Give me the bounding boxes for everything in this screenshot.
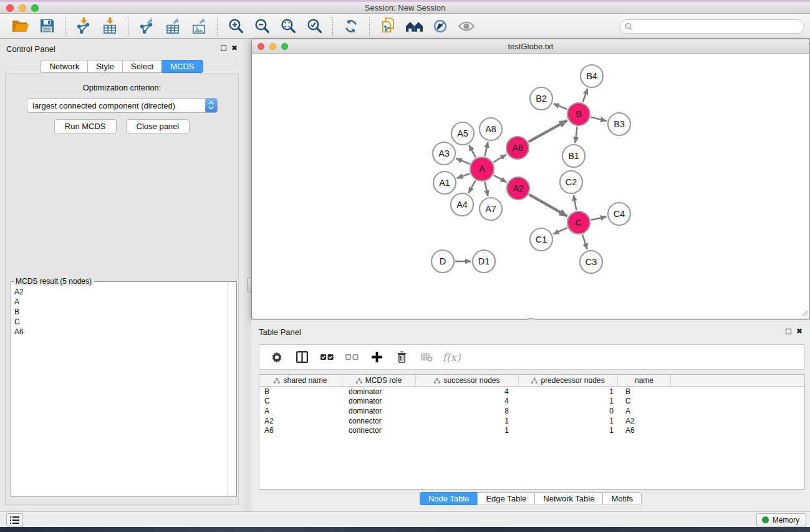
column-header-successor-nodes[interactable]: successor nodes	[416, 375, 519, 386]
edge-A-A5[interactable]	[469, 145, 476, 157]
unselect-all-columns-icon[interactable]	[344, 349, 359, 365]
task-history-button[interactable]	[6, 513, 23, 526]
graph-node-D[interactable]: D	[432, 250, 454, 273]
edge-A-A2[interactable]	[494, 175, 507, 182]
result-item[interactable]: A	[14, 297, 228, 307]
column-header-name[interactable]: name	[618, 375, 671, 386]
graph-node-C[interactable]: C	[567, 211, 590, 234]
graph-node-A5[interactable]: A5	[451, 122, 474, 145]
graph-node-B4[interactable]: B4	[581, 65, 603, 87]
float-panel-icon[interactable]	[221, 46, 226, 51]
result-item[interactable]: A2	[14, 287, 228, 297]
first-neighbors-icon[interactable]	[402, 16, 426, 37]
settings-icon[interactable]	[269, 349, 284, 365]
edge-A6-B[interactable]	[529, 120, 567, 142]
edge-A-A7[interactable]	[485, 182, 488, 196]
run-mcds-button[interactable]: Run MCDS	[54, 119, 117, 133]
search-box[interactable]	[620, 19, 804, 34]
tab-select[interactable]: Select	[122, 60, 162, 73]
close-table-panel-icon[interactable]: ✖	[796, 327, 803, 336]
edge-A-A8[interactable]	[485, 142, 488, 157]
table-row[interactable]: A6connector11A6	[259, 425, 804, 435]
search-input[interactable]	[633, 22, 804, 31]
graph-node-C2[interactable]: C2	[560, 171, 582, 193]
graph-node-A1[interactable]: A1	[433, 172, 456, 194]
select-all-columns-icon[interactable]	[319, 349, 334, 365]
tab-network-table[interactable]: Network Table	[534, 492, 602, 505]
edge-C-C1[interactable]	[553, 228, 567, 234]
edge-A-A6[interactable]	[493, 155, 506, 162]
graph-node-A2[interactable]: A2	[507, 177, 529, 200]
zoom-out-icon[interactable]	[250, 16, 274, 37]
graph-node-A8[interactable]: A8	[480, 118, 502, 140]
graph-node-A4[interactable]: A4	[451, 193, 473, 216]
result-item[interactable]: B	[14, 307, 228, 317]
tab-motifs[interactable]: Motifs	[602, 492, 642, 505]
edge-B-B1[interactable]	[575, 127, 577, 143]
tab-node-table[interactable]: Node Table	[420, 492, 478, 505]
graph-node-C1[interactable]: C1	[530, 228, 552, 251]
edge-A-A3[interactable]	[456, 158, 470, 164]
export-image-icon[interactable]	[187, 16, 211, 37]
zoom-selected-icon[interactable]	[302, 16, 326, 37]
mcds-result-list[interactable]: A2ABCA6	[11, 284, 228, 496]
add-row-icon[interactable]	[369, 349, 384, 365]
show-graphics-details-icon[interactable]	[455, 16, 478, 37]
table-row[interactable]: Adominator80A	[259, 406, 804, 416]
tab-network[interactable]: Network	[41, 60, 87, 73]
import-table-icon[interactable]	[98, 16, 122, 37]
result-item[interactable]: A6	[14, 327, 228, 337]
graph-node-B[interactable]: B	[567, 103, 590, 125]
graph-node-D1[interactable]: D1	[473, 250, 495, 273]
edge-B-B4[interactable]	[583, 89, 588, 102]
edge-C-C3[interactable]	[582, 235, 587, 249]
graph-node-A7[interactable]: A7	[480, 198, 502, 220]
close-panel-icon[interactable]: ✖	[231, 44, 238, 52]
edge-B-B2[interactable]	[553, 104, 567, 109]
column-header-MCDS-role[interactable]: MCDS role	[342, 375, 416, 386]
result-item[interactable]: C	[14, 317, 228, 327]
tab-mcds[interactable]: MCDS	[162, 60, 203, 73]
graph-node-B1[interactable]: B1	[562, 145, 585, 167]
column-header-predecessor-nodes[interactable]: predecessor nodes	[519, 375, 618, 386]
graph-node-A[interactable]: A	[470, 157, 494, 181]
graph-node-C3[interactable]: C3	[580, 251, 602, 273]
refresh-icon[interactable]	[339, 16, 363, 37]
graph-node-C4[interactable]: C4	[608, 203, 630, 225]
close-panel-button[interactable]: Close panel	[126, 119, 190, 133]
edge-A2-C[interactable]	[529, 195, 567, 216]
edge-B-B3[interactable]	[591, 117, 606, 121]
graph-node-B2[interactable]: B2	[530, 87, 552, 110]
zoom-in-icon[interactable]	[224, 16, 248, 37]
save-session-icon[interactable]	[35, 16, 59, 37]
tab-style[interactable]: Style	[87, 60, 122, 73]
float-table-panel-icon[interactable]	[786, 329, 791, 334]
edge-C-C2[interactable]	[574, 195, 577, 211]
table-row[interactable]: A2connector11A2	[259, 416, 804, 426]
open-file-icon[interactable]	[9, 16, 32, 37]
criterion-dropdown[interactable]: largest connected component (directed)	[27, 98, 218, 113]
tab-edge-table[interactable]: Edge Table	[477, 492, 534, 505]
show-columns-icon[interactable]	[294, 349, 309, 365]
table-row[interactable]: Bdominator41B	[259, 387, 804, 397]
import-network-icon[interactable]	[72, 16, 95, 37]
network-canvas[interactable]: AA1A2A3A4A5A6A7A8BB1B2B3B4CC1C2C3C4DD1	[253, 54, 809, 319]
export-table-icon[interactable]	[161, 16, 185, 37]
edge-A-A4[interactable]	[468, 180, 475, 193]
graph-node-A3[interactable]: A3	[433, 142, 455, 165]
duplicate-network-icon[interactable]	[376, 16, 400, 37]
edge-C-C4[interactable]	[591, 216, 607, 220]
column-header-shared-name[interactable]: shared name	[259, 375, 342, 386]
table-row[interactable]: Cdominator41C	[259, 397, 804, 407]
edge-A-A1[interactable]	[457, 173, 470, 178]
result-scrollbar[interactable]	[228, 282, 236, 496]
export-network-icon[interactable]	[135, 16, 158, 37]
window-resize-grip[interactable]	[800, 309, 808, 317]
delete-row-icon[interactable]	[394, 349, 409, 365]
graph-node-A6[interactable]: A6	[506, 137, 529, 159]
memory-button[interactable]: Memory	[756, 513, 806, 526]
zoom-fit-icon[interactable]	[276, 16, 300, 37]
hide-graphics-details-icon[interactable]	[428, 16, 452, 37]
network-window-titlebar[interactable]: testGlobe.txt	[252, 39, 809, 54]
graph-node-B3[interactable]: B3	[608, 113, 630, 135]
